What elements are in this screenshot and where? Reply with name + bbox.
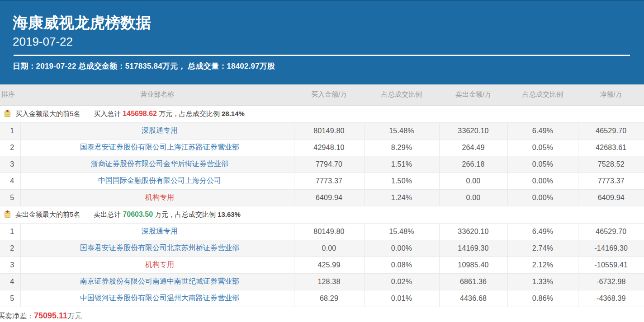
broker-link[interactable]: 中国国际金融股份有限公司上海分公司 <box>98 177 221 184</box>
sell-ratio-cell: 6.49% <box>507 122 578 139</box>
sell-total-ratio: 13.63% <box>218 210 241 218</box>
page-banner: 海康威视龙虎榜数据 2019-07-22 日期：2019-07-22 总成交金额… <box>0 0 644 84</box>
table-row: 3浙商证券股份有限公司金华后街证券营业部7794.701.51%266.180.… <box>0 156 644 173</box>
broker-name-cell: 中国国际金融股份有限公司上海分公司 <box>20 173 294 189</box>
buy-amount-cell: 6409.94 <box>294 189 364 206</box>
buy-amount-cell: 7773.37 <box>294 173 364 189</box>
net-amount-cell: 46529.70 <box>578 223 644 240</box>
trade-table: 排序 营业部名称 买入金额/万 占总成交比例 卖出金额/万 占总成交比例 净额/… <box>0 84 644 307</box>
broker-link[interactable]: 国泰君安证券股份有限公司北京苏州桥证券营业部 <box>80 244 239 252</box>
net-amount-cell: 46529.70 <box>578 122 644 139</box>
buy-total-label: 买入总计 <box>94 110 121 117</box>
sell-amount-cell: 33620.10 <box>439 223 507 240</box>
sell-amount-cell: 10985.40 <box>439 257 507 273</box>
sell-after-total: 万元，占总成交比例 <box>155 210 216 218</box>
sell-ratio-cell: 2.74% <box>507 240 578 257</box>
note-icon <box>5 111 10 117</box>
broker-name-cell: 机构专用 <box>20 257 294 273</box>
broker-name-cell: 浙商证券股份有限公司金华后街证券营业部 <box>20 156 294 173</box>
sell-ratio-cell: 0.00% <box>507 189 578 206</box>
table-row: 4中国国际金融股份有限公司上海分公司7773.371.50%0.000.00%7… <box>0 173 644 189</box>
rank-cell: 2 <box>0 240 20 257</box>
banner-date: 2019-07-22 <box>13 35 644 48</box>
buy-ratio-cell: 0.00% <box>364 240 439 257</box>
broker-link[interactable]: 深股通专用 <box>142 126 178 134</box>
table-row: 2国泰君安证券股份有限公司北京苏州桥证券营业部0.000.00%14169.30… <box>0 240 644 257</box>
buy-after-total: 万元，占总成交比例 <box>159 110 220 117</box>
broker-link[interactable]: 浙商证券股份有限公司金华后街证券营业部 <box>91 160 228 168</box>
buy-amount-cell: 68.29 <box>294 290 364 307</box>
buy-ratio-cell: 1.51% <box>364 156 439 173</box>
buy-ratio-cell: 0.08% <box>364 257 439 273</box>
rank-cell: 5 <box>0 189 20 206</box>
net-amount-cell: -14169.30 <box>578 240 644 257</box>
buy-ratio-cell: 15.48% <box>364 223 439 240</box>
table-row: 2国泰君安证券股份有限公司上海江苏路证券营业部42948.108.29%264.… <box>0 139 644 156</box>
broker-link[interactable]: 机构专用 <box>145 261 174 268</box>
buy-section-header: 买入金额最大的前5名买入总计145698.62万元，占总成交比例28.14% <box>0 105 644 122</box>
rank-cell: 4 <box>0 173 20 189</box>
broker-name-cell: 国泰君安证券股份有限公司北京苏州桥证券营业部 <box>20 240 294 257</box>
sell-ratio-cell: 0.05% <box>507 139 578 156</box>
sell-ratio-cell: 0.05% <box>507 156 578 173</box>
buy-amount-cell: 7794.70 <box>294 156 364 173</box>
net-amount-cell: 7773.37 <box>578 173 644 189</box>
table-row: 4南京证券股份有限公司南通中南世纪城证券营业部128.380.02%6861.3… <box>0 273 644 290</box>
column-header-sell-amount: 卖出金额/万 <box>439 84 507 105</box>
column-header-broker: 营业部名称 <box>20 84 294 105</box>
table-header: 排序 营业部名称 买入金额/万 占总成交比例 卖出金额/万 占总成交比例 净额/… <box>0 84 644 105</box>
broker-name-cell: 机构专用 <box>20 189 294 206</box>
broker-link[interactable]: 机构专用 <box>145 193 174 201</box>
buy-amount-cell: 128.38 <box>294 273 364 290</box>
sell-ratio-cell: 6.49% <box>507 223 578 240</box>
buy-section-label: 买入金额最大的前5名 <box>15 110 80 117</box>
buy-amount-cell: 80149.80 <box>294 122 364 139</box>
broker-link[interactable]: 南京证券股份有限公司南通中南世纪城证券营业部 <box>80 277 239 285</box>
table-row: 1深股通专用80149.8015.48%33620.106.49%46529.7… <box>0 223 644 240</box>
sell-ratio-cell: 1.33% <box>507 273 578 290</box>
buy-amount-cell: 425.99 <box>294 257 364 273</box>
rank-cell: 5 <box>0 290 20 307</box>
buy-amount-cell: 42948.10 <box>294 139 364 156</box>
broker-link[interactable]: 国泰君安证券股份有限公司上海江苏路证券营业部 <box>80 143 239 151</box>
net-amount-cell: -6732.98 <box>578 273 644 290</box>
rank-cell: 4 <box>0 273 20 290</box>
net-difference-value: 75095.11 <box>34 311 67 320</box>
banner-summary: 日期：2019-07-22 总成交金额：517835.84万元， 总成交量：18… <box>13 61 644 71</box>
sell-amount-cell: 4436.68 <box>439 290 507 307</box>
net-amount-cell: 6409.94 <box>578 189 644 206</box>
sell-total-value: 70603.50 <box>123 210 153 218</box>
sell-section-label: 卖出金额最大的前5名 <box>15 210 80 218</box>
sell-amount-cell: 0.00 <box>439 173 507 189</box>
column-header-rank: 排序 <box>0 84 20 105</box>
net-amount-cell: -4368.39 <box>578 290 644 307</box>
buy-ratio-cell: 1.24% <box>364 189 439 206</box>
table-row: 5机构专用6409.941.24%0.000.00%6409.94 <box>0 189 644 206</box>
buy-amount-cell: 80149.80 <box>294 223 364 240</box>
rank-cell: 3 <box>0 257 20 273</box>
broker-link[interactable]: 中国银河证券股份有限公司温州大南路证券营业部 <box>80 294 239 302</box>
table-row: 1深股通专用80149.8015.48%33620.106.49%46529.7… <box>0 122 644 139</box>
rank-cell: 1 <box>0 223 20 240</box>
sell-amount-cell: 6861.36 <box>439 273 507 290</box>
broker-name-cell: 南京证券股份有限公司南通中南世纪城证券营业部 <box>20 273 294 290</box>
column-header-buy-amount: 买入金额/万 <box>294 84 364 105</box>
sell-section-header: 卖出金额最大的前5名卖出总计70603.50万元，占总成交比例13.63% <box>0 206 644 223</box>
buy-total-value: 145698.62 <box>123 110 157 117</box>
broker-name-cell: 深股通专用 <box>20 122 294 139</box>
broker-name-cell: 深股通专用 <box>20 223 294 240</box>
note-icon <box>5 211 10 218</box>
column-header-buy-ratio: 占总成交比例 <box>364 84 439 105</box>
net-amount-cell: 42683.61 <box>578 139 644 156</box>
sell-ratio-cell: 2.12% <box>507 257 578 273</box>
rank-cell: 3 <box>0 156 20 173</box>
page-title: 海康威视龙虎榜数据 <box>13 14 644 32</box>
sell-amount-cell: 0.00 <box>439 189 507 206</box>
broker-link[interactable]: 深股通专用 <box>142 227 178 235</box>
broker-name-cell: 国泰君安证券股份有限公司上海江苏路证券营业部 <box>20 139 294 156</box>
buy-ratio-cell: 8.29% <box>364 139 439 156</box>
banner-divider <box>14 55 630 56</box>
table-row: 3机构专用425.990.08%10985.402.12%-10559.41 <box>0 257 644 273</box>
buy-amount-cell: 0.00 <box>294 240 364 257</box>
sell-amount-cell: 33620.10 <box>439 122 507 139</box>
